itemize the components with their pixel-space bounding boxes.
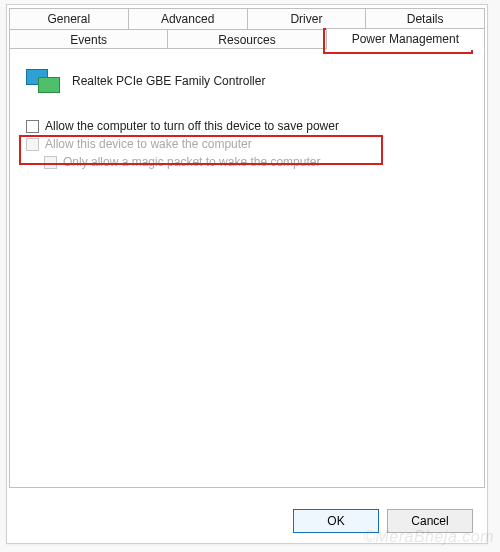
network-adapter-icon	[26, 67, 60, 95]
cancel-button[interactable]: Cancel	[387, 509, 473, 533]
ok-button[interactable]: OK	[293, 509, 379, 533]
option-allow-wake: Allow this device to wake the computer	[26, 137, 472, 151]
device-name-label: Realtek PCIe GBE Family Controller	[72, 74, 265, 88]
tab-strip: General Advanced Driver Details Events R…	[7, 5, 487, 49]
tab-power-management[interactable]: Power Management	[326, 28, 485, 50]
tab-events[interactable]: Events	[9, 29, 167, 50]
dialog-button-bar: OK Cancel	[293, 509, 473, 533]
label-allow-wake: Allow this device to wake the computer	[45, 137, 252, 151]
tab-page-power-management: Realtek PCIe GBE Family Controller Allow…	[9, 48, 485, 488]
tab-general[interactable]: General	[9, 8, 128, 29]
checkbox-magic-packet	[44, 156, 57, 169]
label-magic-packet: Only allow a magic packet to wake the co…	[63, 155, 320, 169]
label-allow-turn-off: Allow the computer to turn off this devi…	[45, 119, 339, 133]
checkbox-allow-wake	[26, 138, 39, 151]
tab-advanced[interactable]: Advanced	[128, 8, 247, 29]
properties-dialog: General Advanced Driver Details Events R…	[6, 4, 488, 544]
option-allow-turn-off[interactable]: Allow the computer to turn off this devi…	[26, 119, 472, 133]
power-options-group: Allow the computer to turn off this devi…	[26, 119, 472, 169]
checkbox-allow-turn-off[interactable]	[26, 120, 39, 133]
tab-resources[interactable]: Resources	[167, 29, 325, 50]
option-magic-packet: Only allow a magic packet to wake the co…	[44, 155, 472, 169]
tab-details[interactable]: Details	[365, 8, 485, 29]
tab-driver[interactable]: Driver	[247, 8, 366, 29]
